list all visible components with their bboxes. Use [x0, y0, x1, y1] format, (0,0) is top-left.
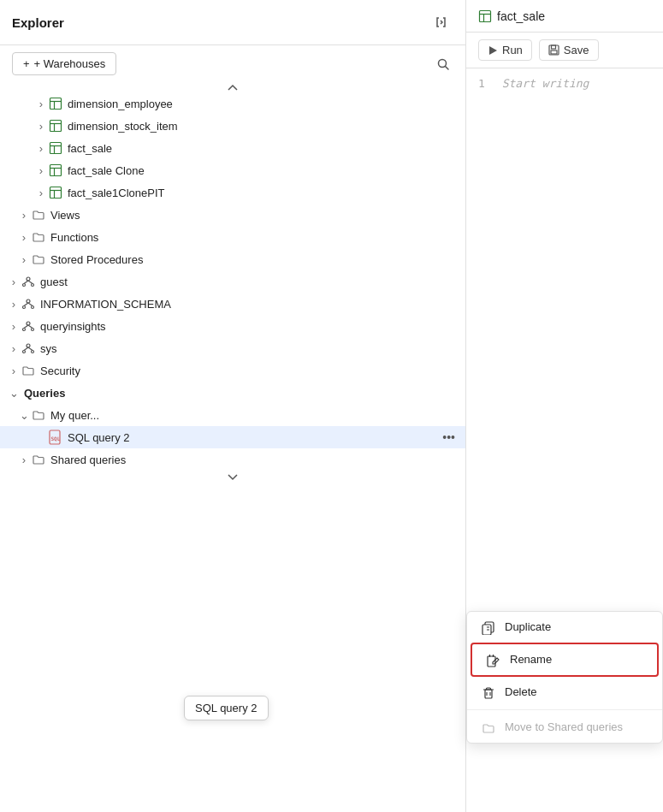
chevron-right-icon: › [7, 364, 21, 377]
folder-icon [21, 363, 36, 378]
folder-icon [31, 407, 46, 423]
folder-move-icon [481, 720, 496, 735]
queries-section-label: Queries [24, 387, 459, 400]
right-panel: fact_sale Run Save 1 Start writing Dupli… [466, 0, 663, 812]
svg-point-17 [27, 277, 30, 281]
chevron-right-icon: › [34, 97, 48, 110]
save-label: Save [564, 44, 589, 56]
tree-label: guest [40, 276, 459, 288]
tree-section-queries[interactable]: ⌄ Queries [0, 382, 465, 404]
context-menu-rename[interactable]: Rename [471, 643, 659, 677]
svg-rect-8 [50, 143, 62, 154]
tree-item-dimension-stock-item[interactable]: › dimension_stock_item [0, 115, 465, 137]
chevron-right-icon: › [17, 208, 31, 222]
folder-icon [31, 207, 46, 222]
svg-point-27 [27, 322, 30, 325]
duplicate-icon [481, 619, 496, 635]
tree-item-views[interactable]: › Views [0, 204, 465, 226]
table-icon-tab [478, 9, 492, 23]
line-number: 1 [478, 77, 485, 90]
context-menu-duplicate[interactable]: Duplicate [467, 612, 662, 643]
chevron-right-icon: › [34, 186, 48, 199]
chevron-right-icon: › [7, 297, 21, 311]
svg-rect-44 [551, 45, 555, 49]
context-menu-delete[interactable]: Delete [467, 677, 662, 708]
svg-point-22 [27, 299, 30, 303]
tree-label: INFORMATION_SCHEMA [40, 298, 459, 311]
tree-label: Stored Procedures [50, 253, 459, 266]
svg-rect-45 [551, 50, 557, 54]
svg-line-30 [24, 325, 28, 329]
chevron-down-icon: ⌄ [17, 408, 31, 422]
delete-label: Delete [505, 685, 537, 698]
run-button[interactable]: Run [478, 39, 532, 61]
tree-item-functions[interactable]: › Functions [0, 226, 465, 248]
svg-rect-39 [480, 11, 491, 22]
svg-rect-2 [50, 98, 62, 110]
svg-rect-14 [50, 187, 62, 199]
save-button[interactable]: Save [539, 39, 599, 61]
sql-query-2-label: SQL query 2 [68, 431, 439, 444]
tree-item-fact-sale[interactable]: › fact_sale [0, 137, 465, 159]
svg-rect-54 [485, 690, 492, 698]
svg-line-36 [28, 347, 33, 351]
svg-line-20 [24, 281, 28, 284]
chevron-right-icon: › [7, 275, 21, 288]
tree-area: › dimension_employee › dimension_stock_i… [0, 92, 465, 812]
tree-item-stored-procedures[interactable]: › Stored Procedures [0, 248, 465, 270]
svg-line-35 [24, 347, 28, 351]
search-button[interactable] [433, 53, 453, 75]
table-icon [48, 185, 63, 200]
tree-label: Security [40, 365, 459, 377]
scroll-up[interactable] [0, 82, 465, 92]
chevron-right-icon: › [17, 230, 31, 244]
panel-title: Explorer [12, 15, 64, 30]
tree-item-guest[interactable]: › guest [0, 270, 465, 293]
tree-item-queryinsights[interactable]: › queryinsights [0, 315, 465, 337]
svg-point-18 [23, 284, 26, 287]
scroll-down[interactable] [0, 471, 465, 484]
tree-item-shared-queries[interactable]: › Shared queries [0, 448, 465, 471]
tree-item-information-schema[interactable]: › INFORMATION_SCHEMA [0, 293, 465, 315]
folder-icon [31, 229, 46, 245]
tree-item-fact-sale1-clone-pit[interactable]: › fact_sale1ClonePIT [0, 181, 465, 204]
chevron-down-icon: ⌄ [7, 386, 21, 400]
duplicate-label: Duplicate [505, 620, 551, 633]
svg-line-21 [28, 281, 33, 284]
tree-item-sys[interactable]: › sys [0, 337, 465, 359]
svg-point-24 [32, 306, 34, 309]
move-to-shared-label: Move to Shared queries [505, 720, 623, 733]
more-options-button[interactable]: ••• [439, 430, 459, 444]
add-warehouses-button[interactable]: + + Warehouses [12, 52, 116, 75]
chevron-right-icon: › [17, 453, 31, 466]
tree-item-fact-sale-clone[interactable]: › fact_sale Clone [0, 159, 465, 181]
tree-label: dimension_stock_item [68, 120, 459, 133]
context-menu: Duplicate Rename Delete Move to Shared q… [466, 611, 663, 744]
svg-point-34 [32, 351, 34, 353]
svg-point-29 [32, 329, 34, 331]
right-header: fact_sale [466, 0, 663, 33]
tree-item-sql-query-2[interactable]: › SQL SQL query 2 ••• [0, 426, 465, 448]
svg-line-1 [446, 67, 449, 70]
schema-icon [21, 274, 36, 289]
table-icon [48, 163, 63, 178]
editor-placeholder: Start writing [502, 77, 589, 90]
tree-label: Views [50, 209, 459, 222]
sql-query-2-tooltip: SQL query 2 [184, 696, 269, 720]
table-icon [48, 118, 63, 133]
collapse-button[interactable] [429, 10, 453, 34]
table-icon [48, 96, 63, 111]
svg-point-33 [23, 351, 26, 353]
tab-title[interactable]: fact_sale [478, 9, 545, 23]
tree-label: fact_sale Clone [68, 164, 459, 177]
run-label: Run [502, 44, 523, 56]
tree-item-my-queries[interactable]: ⌄ My quer... [0, 404, 465, 426]
tree-item-dimension-employee[interactable]: › dimension_employee [0, 92, 465, 115]
add-warehouses-label: + Warehouses [34, 57, 106, 70]
svg-point-23 [23, 306, 26, 309]
chevron-right-icon: › [34, 141, 48, 155]
sql-file-icon: SQL [48, 430, 63, 445]
svg-point-28 [23, 329, 26, 331]
chevron-right-icon: › [7, 319, 21, 333]
tree-item-security[interactable]: › Security [0, 359, 465, 382]
